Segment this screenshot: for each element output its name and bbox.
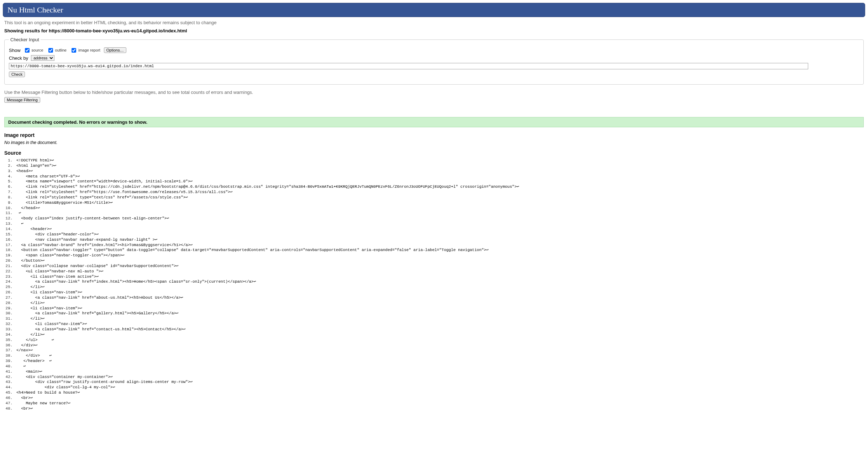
image-report-heading: Image report <box>4 132 864 138</box>
page-header: Nu Html Checker <box>3 3 865 17</box>
source-line: <body class="index justify-content-betwe… <box>15 216 864 221</box>
options-button[interactable]: Options… <box>104 47 126 53</box>
source-line: <meta charset="UTF-8">↩ <box>15 174 864 179</box>
source-line: ↩ <box>15 211 864 216</box>
checker-input-fieldset: Checker Input Show source outline image … <box>4 37 864 85</box>
source-line: <meta name="viewport" content="width=dev… <box>15 179 864 184</box>
source-line: </li>↩ <box>15 300 864 306</box>
intro-text: This tool is an ongoing experiment in be… <box>4 20 864 25</box>
url-row <box>9 63 859 69</box>
message-filtering-button[interactable]: Message Filtering <box>4 97 40 103</box>
source-line: <main>↩ <box>15 369 864 374</box>
success-message: Document checking completed. No errors o… <box>4 117 864 127</box>
image-report-checkbox[interactable] <box>72 48 76 53</box>
source-line: </button>↩ <box>15 258 864 263</box>
source-line: <div class="row justify-content-around a… <box>15 379 864 385</box>
source-line: <header>↩ <box>15 227 864 232</box>
results-url: https://8000-tomato-bee-xyvo35ju.ws-eu14… <box>49 28 187 33</box>
source-line: </div>↩ <box>15 343 864 348</box>
fieldset-legend: Checker Input <box>9 37 41 42</box>
source-line: <a class="navbar-brand" href="index.html… <box>15 243 864 248</box>
source-line: </li>↩ <box>15 332 864 337</box>
source-line: <li class="nav-item">↩ <box>15 321 864 327</box>
source-line: <link rel="stylesheet" href="https://use… <box>15 190 864 195</box>
source-checkbox[interactable] <box>25 48 30 53</box>
source-line: ↩ <box>15 221 864 227</box>
source-line: <title>Tomas&Byggservice-MS1</title>↩ <box>15 200 864 206</box>
source-listing: <!DOCTYPE html>↩<html lang="en">↩<head>↩… <box>4 158 864 411</box>
source-line: <a class="nav-link" href="index.html"><h… <box>15 279 864 284</box>
source-line: <ul class="navbar-nav ml-auto ">↩ <box>15 269 864 274</box>
source-line: <li class="nav-item active">↩ <box>15 274 864 279</box>
source-line: <html lang="en">↩ <box>15 163 864 169</box>
source-line: <head>↩ <box>15 169 864 174</box>
address-input[interactable] <box>9 63 808 69</box>
source-line: </li>↩ <box>15 316 864 321</box>
source-line: <a class="nav-link" href="contact-us.htm… <box>15 327 864 332</box>
results-for: Showing results for https://8000-tomato-… <box>4 28 864 33</box>
source-line: <h4>Need to build a house?↩ <box>15 390 864 395</box>
source-line: </header> ↩ <box>15 358 864 364</box>
source-line: </ul> ↩ <box>15 337 864 343</box>
source-line: </nav>↩ <box>15 348 864 353</box>
source-line: </div> ↩ <box>15 353 864 358</box>
source-line: <br>↩ <box>15 406 864 411</box>
filter-description: Use the Message Filtering button below t… <box>4 90 864 95</box>
source-line: <a class="nav-link" href="about-us.html"… <box>15 295 864 300</box>
source-line: <div class="col-lg-4 my-col">↩ <box>15 385 864 390</box>
source-line: <a class="nav-link" href="gallery.html">… <box>15 311 864 316</box>
source-line: <div class="container my-container">↩ <box>15 374 864 380</box>
source-line: <!DOCTYPE html>↩ <box>15 158 864 163</box>
source-line: <link rel="stylesheet" type="text/css" h… <box>15 195 864 200</box>
checkby-row: Check by address <box>9 55 859 61</box>
source-line: <link rel="stylesheet" href="https://cdn… <box>15 184 864 190</box>
source-line: <span class="navbar-toggler-icon"></span… <box>15 253 864 258</box>
show-row: Show source outline image report Options… <box>9 47 859 53</box>
source-line: <div class="collapse navbar-collapse" id… <box>15 263 864 269</box>
source-line: ↩ <box>15 364 864 369</box>
source-line: <div class="header-color">↩ <box>15 232 864 237</box>
source-line: <li class="nav-item">↩ <box>15 306 864 311</box>
source-line: <br>↩ <box>15 395 864 401</box>
source-line: <li class="nav-item">↩ <box>15 290 864 295</box>
check-button[interactable]: Check <box>9 71 25 77</box>
image-report-checkbox-label: image report <box>78 48 100 52</box>
checkby-select[interactable]: address <box>31 55 54 61</box>
source-checkbox-label: source <box>32 48 43 52</box>
check-row: Check <box>9 71 859 77</box>
source-line: <button class="navbar-toggler" type="but… <box>15 247 864 253</box>
results-prefix: Showing results for <box>4 28 49 33</box>
page-title: Nu Html Checker <box>7 5 861 15</box>
checkby-label: Check by <box>9 55 28 61</box>
image-report-note: No images in the document. <box>4 140 864 145</box>
show-label: Show <box>9 48 21 53</box>
source-line: </head>↩ <box>15 206 864 211</box>
outline-checkbox[interactable] <box>48 48 53 53</box>
source-line: <nav class="navbar navbar-expand-lg navb… <box>15 237 864 243</box>
source-heading: Source <box>4 150 864 156</box>
source-line: Maybe new terrace?↩ <box>15 401 864 406</box>
outline-checkbox-label: outline <box>55 48 67 52</box>
source-line: </li>↩ <box>15 284 864 290</box>
